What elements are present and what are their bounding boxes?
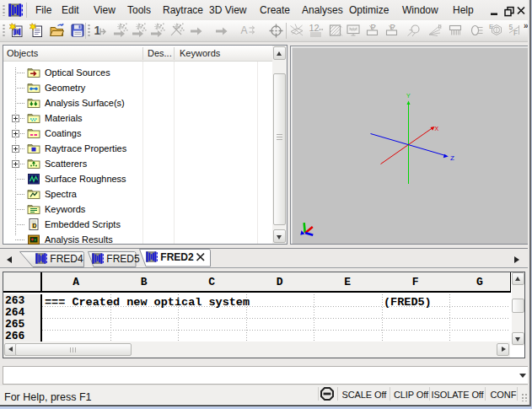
svg-text:Y: Y bbox=[406, 93, 411, 99]
svg-text:Z: Z bbox=[450, 154, 454, 162]
svg-text:D: D bbox=[32, 222, 37, 229]
svg-text:12: 12 bbox=[309, 23, 320, 33]
svg-text:A: A bbox=[241, 24, 248, 36]
svg-text:X: X bbox=[435, 126, 439, 132]
svg-text:5: 5 bbox=[509, 23, 513, 31]
